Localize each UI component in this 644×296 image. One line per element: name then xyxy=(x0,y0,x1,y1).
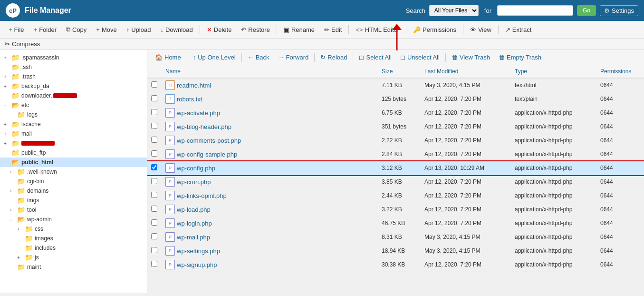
file-name-label[interactable]: robots.txt xyxy=(177,96,202,103)
row-checkbox[interactable] xyxy=(147,189,162,203)
restore-button[interactable]: ↶ Restore xyxy=(237,24,274,35)
expand-icon[interactable] xyxy=(4,65,11,70)
compress-button[interactable]: ✂ Compress xyxy=(5,40,40,48)
expand-icon[interactable] xyxy=(4,93,11,99)
sidebar-item-images[interactable]: 📁 images xyxy=(0,234,147,243)
file-name-label[interactable]: wp-activate.php xyxy=(177,109,220,117)
expand-icon[interactable]: + xyxy=(4,122,11,127)
expand-icon[interactable]: – xyxy=(10,217,17,222)
file-button[interactable]: + File xyxy=(5,24,28,35)
row-checkbox[interactable] xyxy=(147,161,162,175)
select-all-button[interactable]: ◻ Select All xyxy=(356,52,394,62)
sidebar-item-ssh[interactable]: 📁 .ssh xyxy=(0,62,147,72)
file-checkbox[interactable] xyxy=(151,233,157,239)
file-checkbox[interactable] xyxy=(151,178,157,184)
file-name-label[interactable]: wp-blog-header.php xyxy=(177,123,231,130)
row-checkbox[interactable] xyxy=(147,217,162,230)
download-button[interactable]: ↓ Download xyxy=(156,24,196,35)
sidebar-item-backup-da[interactable]: + 📁 backup_da xyxy=(0,81,147,91)
expand-icon[interactable] xyxy=(10,265,17,270)
expand-icon[interactable] xyxy=(10,179,17,184)
expand-icon[interactable]: + xyxy=(4,55,11,60)
expand-icon[interactable]: + xyxy=(4,141,11,146)
file-name-label[interactable]: wp-cron.php xyxy=(177,178,211,186)
table-row[interactable]: Pwp-cron.php3.85 KBApr 12, 2020, 7:20 PM… xyxy=(147,175,644,189)
row-checkbox[interactable] xyxy=(147,134,162,148)
file-name-label[interactable]: wp-config-sample.php xyxy=(177,151,237,158)
table-row[interactable]: Hreadme.html7.11 KBMay 3, 2020, 4:15 PMt… xyxy=(147,78,644,92)
size-col-header[interactable]: Size xyxy=(378,65,421,78)
folder-button[interactable]: + Folder xyxy=(30,24,60,35)
forward-button[interactable]: → Forward xyxy=(275,52,312,62)
expand-icon[interactable]: + xyxy=(17,227,25,232)
file-checkbox[interactable] xyxy=(151,247,157,253)
file-name-label[interactable]: wp-mail.php xyxy=(177,234,210,241)
row-checkbox[interactable] xyxy=(147,258,162,272)
table-row[interactable]: Pwp-links-opml.php2.44 KBApr 12, 2020, 7… xyxy=(147,189,644,203)
search-input[interactable] xyxy=(497,5,573,16)
file-checkbox[interactable] xyxy=(151,219,157,226)
expand-icon[interactable]: + xyxy=(4,84,11,89)
expand-icon[interactable]: + xyxy=(10,207,17,213)
table-row[interactable]: Pwp-comments-post.php2.22 KBApr 12, 2020… xyxy=(147,134,644,148)
sidebar-item-maint[interactable]: 📁 maint xyxy=(0,262,147,272)
row-checkbox[interactable] xyxy=(147,148,162,161)
sidebar-item-lscache[interactable]: + 📁 lscache xyxy=(0,119,147,129)
go-button[interactable]: Go xyxy=(577,5,596,16)
reload-button[interactable]: ↻ Reload xyxy=(317,52,350,62)
sidebar-item-etc[interactable]: – 📂 etc xyxy=(0,100,147,110)
unselect-all-button[interactable]: ◻ Unselect All xyxy=(397,52,442,62)
sidebar-item-mail[interactable]: + 📁 mail xyxy=(0,129,147,138)
file-checkbox[interactable] xyxy=(151,164,157,170)
sidebar-item-js[interactable]: + 📁 js xyxy=(0,253,147,262)
table-row[interactable]: Pwp-config.php3.12 KBApr 13, 2020, 10:29… xyxy=(147,161,644,175)
expand-icon[interactable]: + xyxy=(17,255,25,260)
table-row[interactable]: Pwp-activate.php6.75 KBApr 12, 2020, 7:2… xyxy=(147,106,644,120)
move-button[interactable]: + Move xyxy=(92,24,120,35)
row-checkbox[interactable] xyxy=(147,175,162,189)
row-checkbox[interactable] xyxy=(147,92,162,106)
row-checkbox[interactable] xyxy=(147,244,162,258)
sidebar-item-cgi-bin[interactable]: 📁 cgi-bin xyxy=(0,177,147,186)
table-row[interactable]: Trobots.txt125 bytesApr 12, 2020, 7:20 P… xyxy=(147,92,644,106)
extract-button[interactable]: ↗ Extract xyxy=(501,24,535,35)
upload-button[interactable]: ↑ Upload xyxy=(123,24,155,35)
expand-icon[interactable]: + xyxy=(10,188,17,194)
modified-col-header[interactable]: Last Modified xyxy=(421,65,511,78)
row-checkbox[interactable] xyxy=(147,120,162,134)
delete-button[interactable]: ✕ Delete xyxy=(203,24,236,35)
name-col-header[interactable]: Name xyxy=(162,65,378,78)
sidebar-item-well-known[interactable]: + 📁 .well-known xyxy=(0,167,147,177)
empty-trash-button[interactable]: 🗑 Empty Trash xyxy=(496,52,544,62)
file-name-label[interactable]: wp-settings.php xyxy=(177,247,220,255)
table-row[interactable]: Pwp-blog-header.php351 bytesApr 12, 2020… xyxy=(147,120,644,134)
view-button[interactable]: 👁 View xyxy=(466,24,495,35)
row-checkbox[interactable] xyxy=(147,230,162,244)
settings-button[interactable]: ⚙ Settings xyxy=(600,5,638,16)
sidebar-item-tool[interactable]: + 📁 tool xyxy=(0,205,147,215)
row-checkbox[interactable] xyxy=(147,203,162,217)
html-editor-button[interactable]: <> HTML Editor xyxy=(352,24,403,35)
file-name-label[interactable]: wp-config.php xyxy=(177,165,215,172)
file-name-label[interactable]: wp-comments-post.php xyxy=(177,137,241,144)
up-one-level-button[interactable]: ↑ Up One Level xyxy=(190,52,239,62)
expand-icon[interactable] xyxy=(4,150,11,156)
table-row[interactable]: Pwp-load.php3.22 KBApr 12, 2020, 7:20 PM… xyxy=(147,203,644,217)
expand-icon[interactable]: + xyxy=(4,131,11,137)
sidebar-item-wp-admin[interactable]: – 📂 wp-admin xyxy=(0,215,147,224)
rename-button[interactable]: ▣ Rename xyxy=(280,24,318,35)
expand-icon[interactable]: + xyxy=(4,74,11,79)
copy-button[interactable]: ⧉ Copy xyxy=(62,24,90,35)
file-checkbox[interactable] xyxy=(151,261,157,267)
sidebar-item-downloader[interactable]: 📁 downloader. xyxy=(0,91,147,100)
type-col-header[interactable]: Type xyxy=(511,65,596,78)
sidebar-item-public-html[interactable]: – 📂 public_html xyxy=(0,158,147,167)
file-checkbox[interactable] xyxy=(151,150,157,157)
file-name-label[interactable]: wp-signup.php xyxy=(177,261,217,268)
table-row[interactable]: Pwp-mail.php8.31 KBMay 3, 2020, 4:15 PMa… xyxy=(147,230,644,244)
file-checkbox[interactable] xyxy=(151,109,157,115)
sidebar-item-includes[interactable]: 📁 includes xyxy=(0,243,147,253)
file-checkbox[interactable] xyxy=(151,81,157,88)
row-checkbox[interactable] xyxy=(147,78,162,92)
table-row[interactable]: Pwp-config-sample.php2.84 KBApr 12, 2020… xyxy=(147,148,644,161)
